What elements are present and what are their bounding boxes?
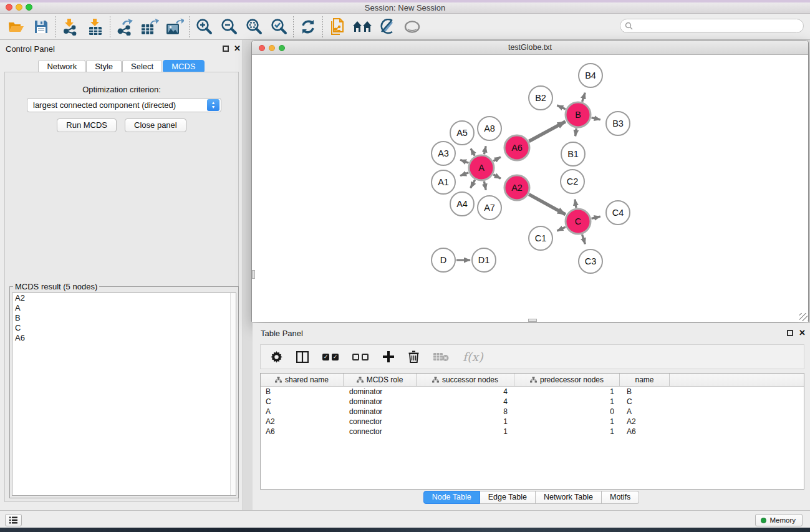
network-window-titlebar[interactable]: testGlobe.txt [252, 41, 808, 55]
show-hide-panel-button[interactable] [400, 16, 425, 38]
network-from-file-button[interactable] [325, 16, 350, 38]
table-tab-network-table[interactable]: Network Table [536, 491, 602, 504]
edge-B-B1[interactable] [576, 128, 577, 136]
table-cell[interactable]: A2 [620, 417, 670, 427]
edge-A6-B[interactable] [529, 122, 565, 142]
edge-A-A1[interactable] [460, 173, 468, 176]
float-panel-icon[interactable] [787, 330, 793, 336]
home-button[interactable] [350, 16, 375, 38]
edge-A-A4[interactable] [471, 180, 475, 188]
column-header-successor-nodes[interactable]: successor nodes [417, 374, 514, 386]
table-row[interactable]: A6connector11A6 [261, 427, 804, 437]
table-cell[interactable]: 1 [417, 417, 514, 427]
search-input[interactable] [633, 21, 803, 32]
network-resize-grip[interactable] [799, 313, 808, 321]
function-builder-button[interactable]: f(x) [463, 350, 483, 364]
run-mcds-button[interactable]: Run MCDS [57, 118, 117, 132]
unselect-all-columns-button[interactable] [352, 354, 369, 360]
criterion-dropdown[interactable]: largest connected component (directed) ▲… [27, 98, 221, 112]
edge-A-A2[interactable] [493, 175, 501, 179]
mcds-result-item[interactable]: B [12, 313, 236, 323]
table-cell[interactable]: A2 [261, 417, 344, 427]
mcds-result-item[interactable]: A2 [12, 293, 236, 303]
table-tab-edge-table[interactable]: Edge Table [480, 491, 536, 504]
table-cell[interactable]: connector [344, 417, 417, 427]
table-cell[interactable]: dominator [344, 387, 417, 397]
table-row[interactable]: A2connector11A2 [261, 417, 804, 427]
edge-B-B2[interactable] [557, 105, 565, 109]
memory-button[interactable]: Memory [755, 514, 803, 526]
mcds-result-item[interactable]: A [12, 303, 236, 313]
table-cell[interactable]: B [620, 387, 670, 397]
column-header-predecessor-nodes[interactable]: predecessor nodes [514, 374, 620, 386]
export-network-button[interactable] [112, 16, 137, 38]
edge-A-A6[interactable] [493, 157, 501, 162]
float-panel-icon[interactable] [223, 46, 229, 52]
network-vertical-scroll-thumb[interactable] [252, 270, 255, 279]
table-cell[interactable]: 1 [417, 427, 514, 437]
table-cell[interactable]: 4 [417, 387, 514, 397]
tab-network[interactable]: Network [38, 60, 85, 73]
network-horizontal-scroll-thumb[interactable] [528, 319, 537, 322]
select-all-columns-button[interactable]: ✓ ✓ [322, 354, 339, 360]
table-cell[interactable]: C [261, 397, 344, 407]
edge-C-C3[interactable] [582, 235, 586, 244]
edge-A-A7[interactable] [484, 181, 486, 190]
table-cell[interactable]: B [261, 387, 344, 397]
table-cell[interactable]: dominator [344, 407, 417, 417]
close-panel-button[interactable]: Close panel [125, 118, 186, 132]
zoom-selected-button[interactable] [266, 16, 291, 38]
edge-C-C4[interactable] [591, 216, 600, 218]
open-session-button[interactable] [4, 16, 29, 38]
export-image-button[interactable] [162, 16, 187, 38]
table-cell[interactable]: A6 [261, 427, 344, 437]
table-row[interactable]: Cdominator41C [261, 397, 804, 407]
edge-B-B3[interactable] [591, 118, 600, 120]
table-cell[interactable]: connector [344, 427, 417, 437]
table-tab-motifs[interactable]: Motifs [602, 491, 639, 504]
table-tab-node-table[interactable]: Node Table [423, 491, 480, 504]
tab-style[interactable]: Style [86, 60, 122, 73]
table-cell[interactable]: 0 [514, 407, 620, 417]
zoom-out-button[interactable] [216, 16, 241, 38]
column-header-name[interactable]: name [620, 374, 670, 386]
table-cell[interactable]: C [620, 397, 670, 407]
delete-table-button[interactable] [433, 352, 449, 362]
table-cell[interactable]: A [261, 407, 344, 417]
table-cell[interactable]: 8 [417, 407, 514, 417]
table-cell[interactable]: dominator [344, 397, 417, 407]
table-cell[interactable]: 1 [514, 427, 620, 437]
table-cell[interactable]: 1 [514, 397, 620, 407]
result-list-scrollbar[interactable] [230, 293, 236, 495]
table-cell[interactable]: 4 [417, 397, 514, 407]
export-table-button[interactable] [137, 16, 162, 38]
close-panel-icon[interactable]: ✕ [234, 44, 241, 53]
table-settings-button[interactable] [271, 351, 282, 363]
task-history-button[interactable] [5, 514, 22, 526]
table-cell[interactable]: 1 [514, 417, 620, 427]
edge-A-A8[interactable] [484, 146, 486, 154]
edge-C-C2[interactable] [575, 200, 576, 208]
mcds-result-list[interactable]: A2ABCA6 [12, 293, 236, 496]
edge-A2-C[interactable] [529, 195, 566, 215]
split-view-button[interactable] [296, 351, 309, 363]
edge-B-B4[interactable] [582, 93, 586, 102]
edge-C-C1[interactable] [557, 227, 565, 231]
table-row[interactable]: Adominator80A [261, 407, 804, 417]
tab-select[interactable]: Select [122, 60, 162, 73]
table-cell[interactable]: A6 [620, 427, 670, 437]
column-header-MCDS-role[interactable]: MCDS role [344, 374, 417, 386]
column-header-shared-name[interactable]: shared name [261, 374, 344, 386]
edge-A-A3[interactable] [460, 160, 468, 163]
refresh-layout-button[interactable] [296, 16, 321, 38]
import-table-button[interactable] [83, 16, 108, 38]
table-row[interactable]: Bdominator41B [261, 387, 804, 397]
hide-graphics-details-button[interactable] [375, 16, 400, 38]
search-field[interactable] [620, 19, 804, 33]
close-panel-icon[interactable]: ✕ [799, 328, 806, 337]
table-cell[interactable]: A [620, 407, 670, 417]
network-graph[interactable]: B4B2BB3A8A5A6A3B1AA1C2A2A4A7C4CC1DD1C3 [252, 55, 808, 322]
table-cell[interactable]: 1 [514, 387, 620, 397]
add-column-button[interactable] [382, 351, 395, 363]
network-canvas[interactable]: B4B2BB3A8A5A6A3B1AA1C2A2A4A7C4CC1DD1C3 [252, 55, 808, 322]
